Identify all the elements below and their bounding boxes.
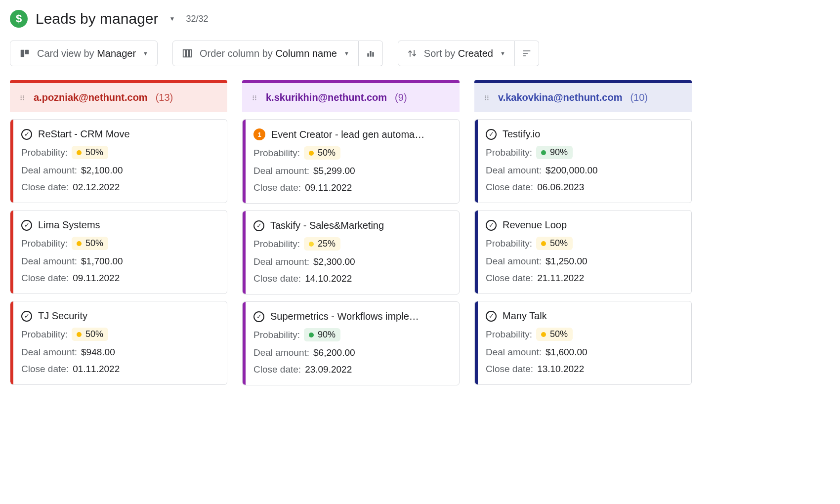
kanban-column: a.pozniak@nethunt.com(13)✓ReStart - CRM … <box>10 80 227 385</box>
card-title: Revenue Loop <box>503 219 567 231</box>
close-date-field: Close date: 13.10.2022 <box>486 364 681 375</box>
probability-pill: 50% <box>72 328 108 341</box>
page-title: Leads by manager <box>36 10 159 27</box>
probability-pill: 25% <box>304 237 340 251</box>
svg-point-10 <box>21 97 22 98</box>
svg-rect-5 <box>367 53 369 57</box>
board-icon <box>19 48 30 59</box>
column-title: v.kakovkina@nethunt.com <box>498 92 622 103</box>
column-count: (9) <box>395 92 407 103</box>
column-count: (10) <box>630 92 648 103</box>
deal-amount-field: Deal amount: $1,250.00 <box>486 256 681 267</box>
svg-point-25 <box>487 99 488 100</box>
check-circle-icon: ✓ <box>253 220 264 231</box>
probability-field: Probability: 90% <box>486 146 681 159</box>
probability-field: Probability: 50% <box>486 328 681 341</box>
column-header[interactable]: k.skurikhin@nethunt.com(9) <box>242 80 460 112</box>
check-circle-icon: ✓ <box>21 220 32 231</box>
column-body: 1Event Creator - lead gen automa…Probabi… <box>242 112 460 385</box>
close-date-field: Close date: 14.10.2022 <box>253 273 449 284</box>
deal-amount-field: Deal amount: $1,700.00 <box>21 256 217 267</box>
drag-handle-icon[interactable] <box>19 94 26 101</box>
columns-icon <box>182 48 193 59</box>
lead-card[interactable]: ✓Lima SystemsProbability: 50%Deal amount… <box>10 210 227 294</box>
probability-dot-icon <box>541 332 546 337</box>
money-icon: $ <box>10 10 28 28</box>
svg-point-21 <box>487 95 488 96</box>
probability-field: Probability: 50% <box>21 146 217 159</box>
probability-dot-icon <box>77 332 82 337</box>
chart-toggle-button[interactable] <box>359 41 383 66</box>
column-header[interactable]: a.pozniak@nethunt.com(13) <box>10 80 227 112</box>
probability-pill: 50% <box>72 146 108 159</box>
drag-handle-icon[interactable] <box>483 94 490 101</box>
probability-dot-icon <box>309 333 314 337</box>
close-date-field: Close date: 21.11.2022 <box>486 273 681 284</box>
deal-amount-field: Deal amount: $200,000.00 <box>486 165 681 176</box>
column-title: k.skurikhin@nethunt.com <box>266 92 387 103</box>
probability-pill: 90% <box>536 146 573 159</box>
probability-pill: 50% <box>536 237 573 250</box>
chevron-down-icon: ▼ <box>344 50 349 56</box>
svg-point-20 <box>485 95 486 96</box>
lead-card[interactable]: ✓TJ SecurityProbability: 50%Deal amount:… <box>10 301 227 385</box>
lead-card[interactable]: ✓Revenue LoopProbability: 50%Deal amount… <box>474 210 692 294</box>
svg-point-22 <box>485 97 486 98</box>
deal-amount-field: Deal amount: $5,299.00 <box>253 166 449 176</box>
svg-point-13 <box>23 99 24 100</box>
view-switch-caret[interactable]: ▼ <box>167 12 178 25</box>
lead-card[interactable]: ✓Taskify - Sales&MarketingProbability: 2… <box>242 210 460 294</box>
lead-card[interactable]: 1Event Creator - lead gen automa…Probabi… <box>242 119 460 204</box>
page-header: $ Leads by manager ▼ 32/32 <box>10 10 830 28</box>
sort-direction-button[interactable] <box>515 41 539 66</box>
svg-point-24 <box>485 99 486 100</box>
svg-point-19 <box>255 99 256 100</box>
column-header[interactable]: v.kakovkina@nethunt.com(10) <box>474 80 692 112</box>
deal-amount-field: Deal amount: $2,100.00 <box>21 165 217 176</box>
lead-card[interactable]: ✓Many TalkProbability: 50%Deal amount: $… <box>474 301 692 385</box>
check-circle-icon: ✓ <box>21 129 32 140</box>
chevron-down-icon: ▼ <box>500 50 505 56</box>
probability-field: Probability: 50% <box>253 146 449 160</box>
probability-pill: 50% <box>304 146 340 160</box>
svg-rect-2 <box>183 50 186 57</box>
sort-by-selector[interactable]: Sort by Created ▼ <box>398 41 515 66</box>
svg-point-14 <box>253 95 254 96</box>
close-date-field: Close date: 01.11.2022 <box>21 364 217 375</box>
check-circle-icon: ✓ <box>486 129 497 140</box>
svg-point-17 <box>255 97 256 98</box>
svg-point-18 <box>253 99 254 100</box>
lead-card[interactable]: ✓Supermetrics - Workflows imple…Probabil… <box>242 301 460 385</box>
order-column-selector[interactable]: Order column by Column name ▼ <box>172 41 359 66</box>
probability-dot-icon <box>541 150 546 155</box>
probability-dot-icon <box>309 151 314 156</box>
sort-arrows-icon <box>407 48 417 58</box>
column-count: (13) <box>156 92 173 103</box>
check-circle-icon: ✓ <box>21 311 32 322</box>
svg-point-9 <box>23 95 24 96</box>
kanban-column: v.kakovkina@nethunt.com(10)✓Testify.ioPr… <box>474 80 692 385</box>
probability-field: Probability: 50% <box>21 328 217 341</box>
card-title: Testify.io <box>503 128 540 140</box>
probability-field: Probability: 25% <box>253 237 449 251</box>
check-circle-icon: ✓ <box>253 311 264 322</box>
card-title: Lima Systems <box>38 219 100 231</box>
lead-card[interactable]: ✓Testify.ioProbability: 90%Deal amount: … <box>474 119 692 203</box>
column-title: a.pozniak@nethunt.com <box>34 92 148 103</box>
svg-point-16 <box>253 97 254 98</box>
lead-card[interactable]: ✓ReStart - CRM MoveProbability: 50%Deal … <box>10 119 227 203</box>
probability-pill: 90% <box>304 328 340 341</box>
column-body: ✓Testify.ioProbability: 90%Deal amount: … <box>474 112 692 385</box>
probability-pill: 50% <box>72 237 108 250</box>
close-date-field: Close date: 09.11.2022 <box>253 182 449 193</box>
probability-dot-icon <box>77 150 82 155</box>
card-title: ReStart - CRM Move <box>38 128 130 140</box>
card-view-selector[interactable]: Card view by Manager ▼ <box>10 41 158 66</box>
close-date-field: Close date: 23.09.2022 <box>253 364 449 375</box>
probability-pill: 50% <box>536 328 573 341</box>
svg-rect-3 <box>186 50 189 57</box>
svg-rect-4 <box>190 50 192 57</box>
kanban-board: a.pozniak@nethunt.com(13)✓ReStart - CRM … <box>10 80 830 385</box>
drag-handle-icon[interactable] <box>251 94 258 101</box>
card-title: Event Creator - lead gen automa… <box>271 129 424 140</box>
